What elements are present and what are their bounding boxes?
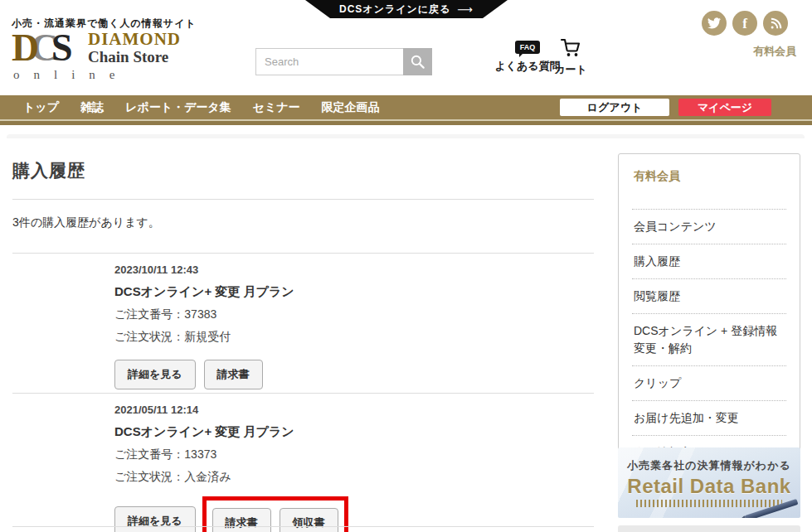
social-links: f <box>702 11 788 36</box>
nav-item-top[interactable]: トップ <box>23 100 59 115</box>
order-datetime: 2021/05/11 12:14 <box>114 404 579 416</box>
order-receipt-button[interactable]: 領収書 <box>280 508 338 532</box>
page-title: 購入履歴 <box>12 159 85 182</box>
twitter-button[interactable] <box>702 11 727 36</box>
faq-badge-text: FAQ <box>520 43 536 51</box>
logo-wordmark: DIAMOND Chain Store <box>88 30 181 65</box>
next-banner-edge <box>618 525 800 532</box>
arrow-right-icon: ⟶ <box>457 3 474 16</box>
logo-chainstore-text: Chain Store <box>88 48 181 65</box>
logo-letter-d: D <box>12 30 39 66</box>
divider <box>12 393 594 394</box>
member-status-label: 有料会員 <box>753 44 796 59</box>
logo-diamond-text: DIAMOND <box>88 30 181 48</box>
sidebar-item-clip[interactable]: クリップ <box>632 365 786 400</box>
banner-waveform-decoration <box>636 500 782 507</box>
sidebar-item-browsing-history[interactable]: 閲覧履歴 <box>632 278 786 313</box>
sidebar-item-member-contents[interactable]: 会員コンテンツ <box>632 209 786 244</box>
sidebar-item-purchase-history[interactable]: 購入履歴 <box>632 244 786 278</box>
retail-data-bank-banner[interactable]: 小売業各社の決算情報がわかる Retail Data Bank <box>618 447 800 518</box>
rss-button[interactable] <box>763 11 788 36</box>
cart-label: カート <box>554 62 587 77</box>
divider <box>12 526 594 527</box>
divider <box>12 199 594 200</box>
order-status: ご注文状況：新規受付 <box>114 330 579 345</box>
order-invoice-button[interactable]: 請求書 <box>212 508 271 532</box>
order-product-name: DCSオンライン+ 変更 月プラン <box>114 284 579 300</box>
facebook-button[interactable]: f <box>732 11 757 36</box>
sidebar-item-shipping-address[interactable]: お届け先追加・変更 <box>632 400 786 435</box>
mypage-button[interactable]: マイページ <box>678 99 771 116</box>
order-count-summary: 3件の購入履歴があります。 <box>12 215 160 230</box>
order-invoice-button[interactable]: 請求書 <box>204 360 263 389</box>
sidebar-item-registration-change[interactable]: DCSオンライン + 登録情報変更・解約 <box>632 313 786 365</box>
content-top-edge <box>7 134 805 138</box>
faq-icon: FAQ <box>515 41 541 54</box>
back-to-dcs-online-banner[interactable]: DCSオンラインに戻る ⟶ <box>305 0 508 18</box>
nav-item-seminar[interactable]: セミナー <box>253 100 300 115</box>
twitter-icon <box>707 17 721 30</box>
cart-icon <box>560 38 581 57</box>
rss-icon <box>770 17 782 30</box>
search-button[interactable] <box>403 48 432 75</box>
divider <box>12 253 594 254</box>
logo-online-text: online <box>13 68 129 82</box>
logout-button[interactable]: ログアウト <box>560 99 669 116</box>
back-banner-label: DCSオンラインに戻る <box>339 2 450 17</box>
nav-item-limited[interactable]: 限定企画品 <box>322 100 380 115</box>
nav-item-reports[interactable]: レポート・データ集 <box>125 100 231 115</box>
cart-link[interactable]: カート <box>551 38 591 77</box>
logo-letter-s: S <box>51 30 73 66</box>
order-number: ご注文番号：13373 <box>114 447 579 462</box>
banner-title: Retail Data Bank <box>618 475 800 498</box>
order-detail-button[interactable]: 詳細を見る <box>114 360 196 389</box>
nav-item-magazine[interactable]: 雑誌 <box>80 100 104 115</box>
order-entry: 2021/05/11 12:14 DCSオンライン+ 変更 月プラン ご注文番号… <box>114 404 579 532</box>
order-product-name: DCSオンライン+ 変更 月プラン <box>114 424 579 440</box>
order-status: ご注文状況：入金済み <box>114 470 579 485</box>
site-logo[interactable]: D C S DIAMOND Chain Store online <box>12 30 169 81</box>
facebook-icon: f <box>742 17 747 31</box>
main-nav: トップ 雑誌 レポート・データ集 セミナー 限定企画品 ログアウト マイページ <box>0 95 812 119</box>
member-menu-title: 有料会員 <box>632 166 786 209</box>
order-number: ご注文番号：37383 <box>114 307 579 322</box>
order-datetime: 2023/10/11 12:43 <box>114 264 579 276</box>
search-input[interactable] <box>255 48 411 75</box>
order-detail-button[interactable]: 詳細を見る <box>114 506 196 532</box>
order-entry: 2023/10/11 12:43 DCSオンライン+ 変更 月プラン ご注文番号… <box>114 264 579 389</box>
search-icon <box>410 54 425 70</box>
banner-tagline: 小売業各社の決算情報がわかる <box>618 458 800 473</box>
nav-divider-dark <box>0 121 812 125</box>
